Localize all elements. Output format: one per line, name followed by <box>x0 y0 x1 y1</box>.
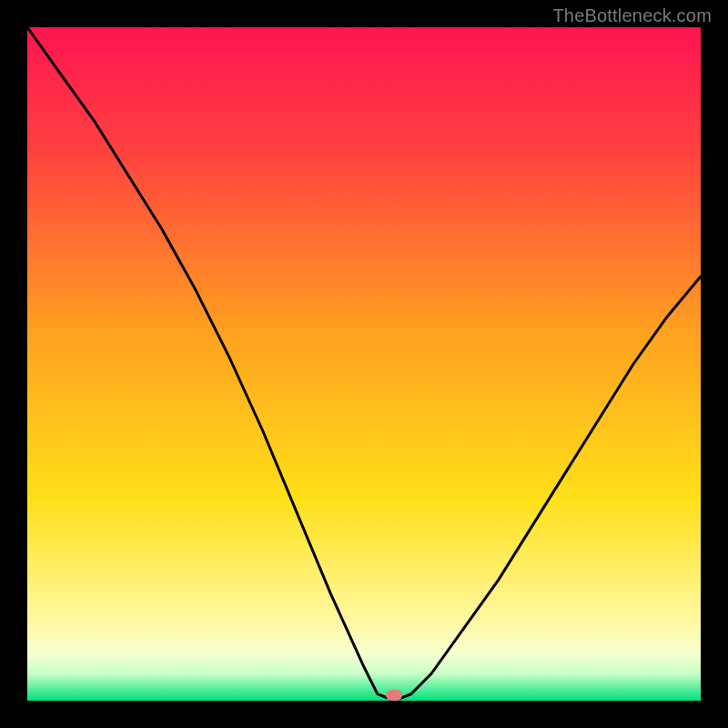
optimal-point-marker <box>386 690 402 701</box>
chart-frame: TheBottleneck.com <box>0 0 728 728</box>
plot-background <box>27 27 701 701</box>
gradient-rect <box>27 27 701 701</box>
attribution-text: TheBottleneck.com <box>552 5 712 26</box>
